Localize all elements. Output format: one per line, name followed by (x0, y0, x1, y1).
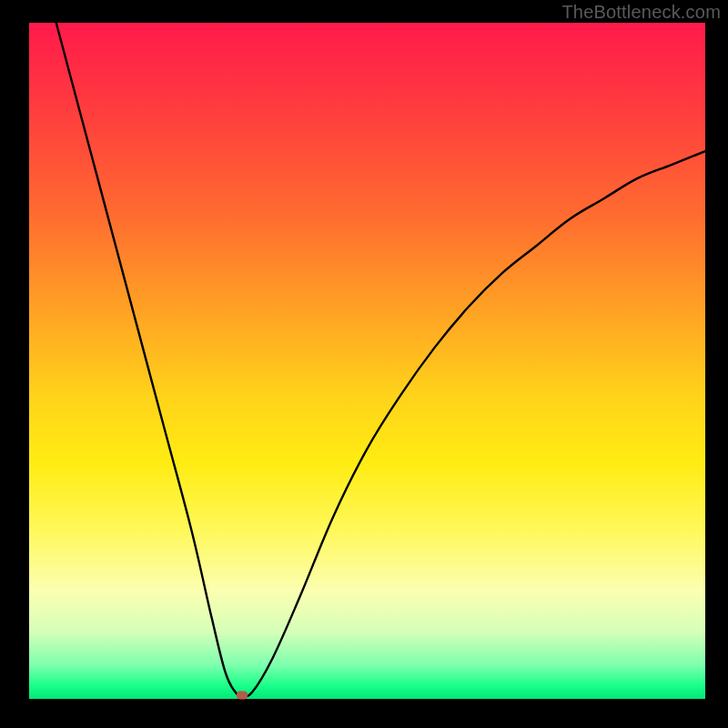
plot-area (29, 23, 705, 699)
chart-frame: TheBottleneck.com (0, 0, 728, 728)
optimal-point-marker (237, 692, 248, 700)
watermark-text: TheBottleneck.com (561, 2, 721, 23)
bottleneck-curve (29, 23, 705, 699)
